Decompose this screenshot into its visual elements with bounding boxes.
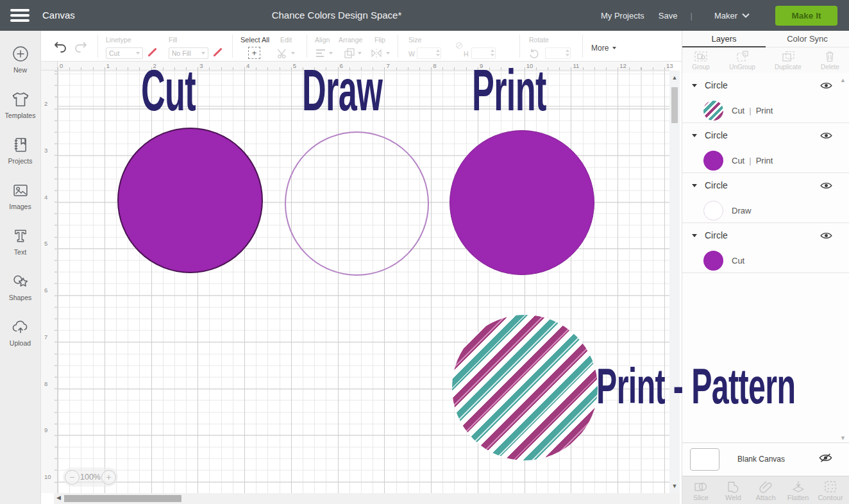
ungroup-button: UnGroup: [729, 50, 755, 71]
layer-group-header[interactable]: Circle: [682, 173, 849, 197]
visibility-eye-icon[interactable]: [820, 231, 832, 242]
horizontal-scroll-thumb[interactable]: [64, 495, 181, 502]
layer-row[interactable]: Draw: [682, 197, 849, 223]
project-title: Chance Colors Design Space*: [240, 10, 433, 21]
visibility-eye-off-icon[interactable]: [819, 453, 832, 466]
layer-row[interactable]: Cut: [682, 248, 849, 273]
visibility-eye-icon[interactable]: [820, 131, 832, 142]
tab-color-sync[interactable]: Color Sync: [766, 31, 849, 47]
linetype-value: Cut: [109, 49, 119, 57]
fill-label: Fill: [169, 36, 177, 44]
width-input[interactable]: [417, 47, 441, 59]
hamburger-menu-icon[interactable]: [10, 9, 29, 22]
linetype-dropdown[interactable]: Cut: [106, 47, 143, 59]
sidebar-item-label: Upload: [10, 339, 31, 347]
save-link[interactable]: Save: [659, 11, 678, 21]
layer-group: Circle Cut | Print: [682, 73, 849, 123]
edit-scissors-icon: [276, 47, 289, 59]
zoom-level: 100%: [80, 473, 101, 482]
tab-layers[interactable]: Layers: [682, 31, 766, 47]
zoom-out-button[interactable]: −: [65, 470, 80, 485]
scroll-up-arrow-icon[interactable]: ▲: [669, 74, 680, 81]
panel-scroll-up-icon[interactable]: ▲: [840, 77, 846, 83]
visibility-eye-icon[interactable]: [820, 181, 832, 192]
my-projects-link[interactable]: My Projects: [601, 11, 644, 21]
collapse-caret-icon[interactable]: [692, 84, 697, 87]
layer-row[interactable]: Cut | Print: [682, 147, 849, 173]
ruler-number: 7: [44, 333, 47, 340]
fill-color-swatch[interactable]: [213, 47, 222, 56]
zoom-in-button[interactable]: +: [101, 470, 116, 485]
select-all-button[interactable]: +: [248, 47, 260, 59]
rotate-label: Rotate: [529, 36, 549, 44]
layer-thumbnail-pattern[interactable]: [703, 101, 723, 121]
layer-thumbnail-outline[interactable]: [703, 201, 723, 221]
layer-group-header[interactable]: Circle: [682, 223, 849, 248]
delete-trash-icon: [824, 50, 836, 63]
layer-row[interactable]: Cut | Print: [682, 97, 849, 123]
more-caret-icon: [612, 47, 616, 49]
flatten-label: Flatten: [787, 494, 809, 501]
ruler-number: 2: [44, 100, 47, 107]
canvas-vertical-scrollbar[interactable]: ▲ ▼: [669, 71, 680, 493]
ruler-number: 5: [293, 62, 296, 69]
canvas-grid[interactable]: [58, 71, 669, 493]
ruler-number: 3: [44, 147, 47, 154]
height-label: H: [464, 50, 469, 58]
fill-dropdown[interactable]: No Fill: [169, 47, 208, 59]
print-pattern-circle-shape[interactable]: [452, 315, 598, 460]
canvas-horizontal-scrollbar[interactable]: ◀: [54, 493, 680, 504]
machine-name: Maker: [714, 11, 737, 21]
scroll-down-arrow-icon[interactable]: ▼: [669, 483, 680, 489]
cut-circle-shape[interactable]: [117, 128, 263, 273]
sidebar-item-upload[interactable]: Upload: [0, 318, 40, 364]
images-photo-icon: [12, 181, 29, 199]
print-circle-shape[interactable]: [450, 130, 594, 275]
toolbar-divider: [398, 35, 398, 58]
design-canvas[interactable]: 012345678910111213 2345678910 − 100% + ▲…: [41, 62, 680, 504]
vertical-scroll-thumb[interactable]: [671, 87, 678, 123]
panel-scroll-down-icon[interactable]: ▼: [840, 435, 846, 441]
layer-linetype: Cut: [732, 256, 744, 265]
sidebar-item-templates[interactable]: Templates: [0, 90, 40, 136]
canvas-menu-label: Canvas: [42, 10, 75, 21]
collapse-caret-icon[interactable]: [692, 134, 697, 137]
linetype-color-swatch[interactable]: [147, 47, 156, 56]
canvas-color-swatch[interactable]: [690, 448, 719, 471]
layer-group-header[interactable]: Circle: [682, 123, 849, 147]
flip-caret-icon: [386, 52, 390, 55]
weld-button: Weld: [720, 480, 747, 501]
cricut-design-space-app: Canvas Chance Colors Design Space* My Pr…: [0, 0, 849, 504]
rotate-input[interactable]: [545, 47, 571, 59]
height-input[interactable]: [471, 47, 496, 59]
sidebar-item-text[interactable]: Text: [0, 227, 40, 273]
attach-paperclip-icon: [758, 480, 773, 494]
blank-canvas-row: Blank Canvas: [682, 442, 849, 476]
visibility-eye-icon[interactable]: [820, 81, 832, 92]
toolbar-divider: [232, 35, 233, 58]
draw-circle-shape[interactable]: [285, 131, 429, 276]
collapse-caret-icon[interactable]: [692, 184, 697, 187]
undo-icon[interactable]: [53, 39, 68, 53]
duplicate-label: Duplicate: [775, 63, 802, 71]
layer-group: Circle Draw: [682, 173, 849, 223]
chevron-down-icon: [742, 13, 750, 18]
scroll-left-arrow-icon[interactable]: ◀: [56, 494, 61, 501]
layer-group-header[interactable]: Circle: [682, 73, 849, 97]
machine-selector[interactable]: Maker: [714, 11, 750, 21]
layer-thumbnail-purple[interactable]: [703, 251, 723, 271]
new-plus-icon: [12, 45, 29, 63]
sidebar-item-projects[interactable]: Projects: [0, 136, 40, 181]
make-it-button[interactable]: Make It: [775, 6, 837, 26]
collapse-caret-icon[interactable]: [692, 234, 697, 237]
sidebar-item-shapes[interactable]: Shapes: [0, 273, 40, 318]
lock-dimensions-icon[interactable]: [455, 42, 463, 49]
delete-label: Delete: [821, 63, 839, 71]
sidebar-item-new[interactable]: New: [0, 45, 40, 90]
sidebar-item-images[interactable]: Images: [0, 181, 40, 227]
edit-toolbar: Linetype Cut Fill No Fill Select All + E…: [41, 31, 682, 62]
slice-button: Slice: [687, 480, 714, 501]
delete-button: Delete: [821, 50, 839, 71]
more-button[interactable]: More: [591, 44, 616, 53]
layer-thumbnail-purple[interactable]: [703, 151, 723, 171]
